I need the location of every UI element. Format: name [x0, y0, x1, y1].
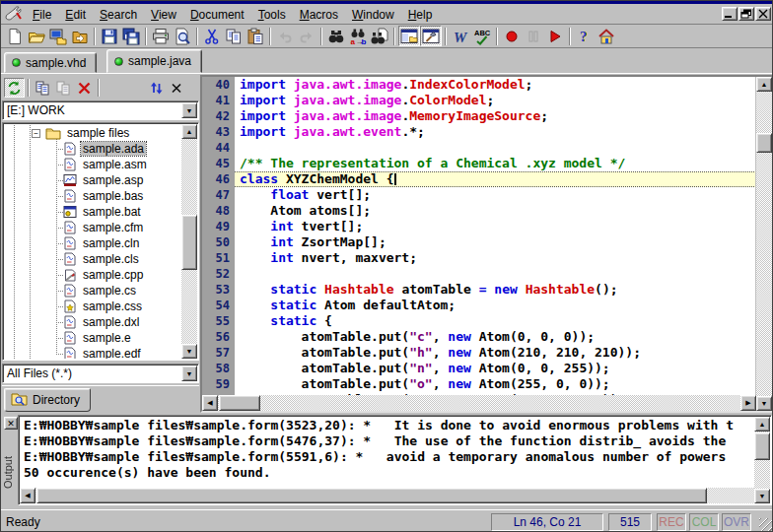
- code-text[interactable]: atomTable.put("o", new Atom(255, 0, 0));: [235, 376, 756, 392]
- code-text[interactable]: int ZsortMap[];: [235, 234, 756, 250]
- tab-sample.java[interactable]: sample.java: [106, 49, 202, 73]
- code-line-55[interactable]: 55 static {: [202, 313, 756, 329]
- print-preview-icon[interactable]: [172, 26, 193, 46]
- tree-folder-sample-files[interactable]: −sample files: [4, 125, 181, 141]
- drive-select[interactable]: [E:] WORK ▼: [2, 100, 199, 120]
- menu-edit[interactable]: Edit: [58, 6, 93, 23]
- open-file-icon[interactable]: [26, 26, 47, 46]
- menu-search[interactable]: Search: [93, 6, 144, 23]
- code-line-40[interactable]: 40import java.awt.image.IndexColorModel;: [202, 77, 756, 93]
- menu-tools[interactable]: Tools: [251, 6, 293, 23]
- minimize-button[interactable]: [722, 7, 738, 21]
- output-text[interactable]: E:₩HOBBY₩sample files₩sample.form(3523,2…: [21, 418, 754, 488]
- code-line-56[interactable]: 56 atomTable.put("c", new Atom(0, 0, 0))…: [202, 329, 756, 345]
- find-icon[interactable]: [325, 26, 347, 46]
- output-vscroll-thumb[interactable]: [754, 432, 770, 460]
- scroll-left-icon[interactable]: ◀: [20, 488, 35, 503]
- tree-item-sample.cpp[interactable]: sample.cpp: [4, 267, 181, 283]
- tree-scroll-thumb[interactable]: [181, 215, 197, 270]
- editor-vscroll-thumb[interactable]: [756, 133, 772, 153]
- code-text[interactable]: static Hashtable atomTable = new Hashtab…: [235, 282, 756, 298]
- record-indicator[interactable]: REC: [657, 513, 686, 531]
- scroll-down-icon[interactable]: ▼: [756, 396, 772, 411]
- collapse-icon[interactable]: −: [32, 129, 40, 138]
- refresh-icon[interactable]: [146, 78, 167, 98]
- tree-item-sample.bas[interactable]: sample.bas: [4, 188, 181, 204]
- code-text[interactable]: [235, 140, 756, 156]
- output-line[interactable]: E:₩HOBBY₩sample files₩sample.form(5476,3…: [24, 433, 754, 449]
- save-icon[interactable]: [99, 26, 120, 46]
- file-filter-select[interactable]: All Files (*.*) ▼: [2, 364, 199, 383]
- replace-icon[interactable]: a→b: [347, 26, 369, 46]
- open-folder-icon[interactable]: [69, 26, 91, 46]
- close-panel-icon[interactable]: [167, 78, 187, 98]
- copy-icon[interactable]: [223, 26, 245, 46]
- output-line[interactable]: E:₩HOBBY₩sample files₩sample.form(5591,6…: [24, 449, 754, 465]
- code-text[interactable]: float vert[];: [235, 187, 756, 203]
- code-text[interactable]: /** The representation of a Chemical .xy…: [235, 156, 756, 171]
- code-line-43[interactable]: 43import java.awt.event.*;: [202, 124, 756, 140]
- copy-path-icon[interactable]: [33, 78, 53, 98]
- scroll-right-icon[interactable]: ▶: [740, 395, 756, 411]
- code-text[interactable]: static {: [235, 313, 756, 329]
- help-icon[interactable]: ??: [574, 26, 596, 46]
- output-line[interactable]: E:₩HOBBY₩sample files₩sample.form(3523,2…: [24, 418, 754, 433]
- menu-macros[interactable]: Macros: [293, 6, 345, 23]
- code-area[interactable]: 40import java.awt.image.IndexColorModel;…: [202, 77, 756, 395]
- chevron-down-icon[interactable]: ▼: [181, 366, 197, 381]
- tree-item-sample.cls[interactable]: sample.cls: [4, 251, 181, 267]
- play-macro-icon[interactable]: [544, 26, 566, 46]
- menu-file[interactable]: File: [26, 6, 58, 23]
- code-line-57[interactable]: 57 atomTable.put("h", new Atom(210, 210,…: [202, 345, 756, 361]
- code-line-52[interactable]: 52: [202, 266, 756, 282]
- close-icon[interactable]: ✕: [4, 417, 18, 430]
- code-line-51[interactable]: 51 int nvert, maxvert;: [202, 250, 756, 266]
- code-text[interactable]: import java.awt.event.*;: [235, 124, 756, 140]
- chevron-down-icon[interactable]: ▼: [181, 102, 197, 118]
- tree-item-sample.dxl[interactable]: sample.dxl: [4, 314, 181, 330]
- code-text[interactable]: Atom atoms[];: [235, 203, 756, 219]
- sync-icon[interactable]: [4, 78, 25, 98]
- toggle-output-icon[interactable]: [420, 26, 442, 46]
- code-text[interactable]: atomTable.put("c", new Atom(0, 0, 0));: [235, 329, 756, 345]
- tree-item-sample.asp[interactable]: sample.asp: [4, 172, 181, 188]
- spell-check-icon[interactable]: ABC: [471, 26, 493, 46]
- code-line-53[interactable]: 53 static Hashtable atomTable = new Hash…: [202, 282, 756, 298]
- scroll-up-icon[interactable]: ▲: [181, 124, 197, 139]
- tree-item-sample.css[interactable]: sample.css: [4, 299, 181, 314]
- code-line-42[interactable]: 42import java.awt.image.MemoryImageSourc…: [202, 108, 756, 124]
- code-text[interactable]: [235, 266, 756, 282]
- cut-icon[interactable]: [201, 26, 223, 46]
- menu-window[interactable]: Window: [345, 6, 401, 23]
- code-line-58[interactable]: 58 atomTable.put("n", new Atom(0, 0, 255…: [202, 361, 756, 376]
- word-wrap-icon[interactable]: W: [450, 26, 471, 46]
- tab-sample.vhd[interactable]: sample.vhd: [4, 52, 97, 73]
- output-line[interactable]: 50 occurence(s) have been found.: [24, 465, 754, 481]
- find-in-files-icon[interactable]: [369, 26, 390, 46]
- menu-document[interactable]: Document: [183, 6, 251, 23]
- menu-view[interactable]: View: [144, 6, 183, 23]
- output-vertical-scrollbar[interactable]: ▲ ▼: [754, 417, 770, 503]
- editor-vertical-scrollbar[interactable]: ▲ ▼: [755, 77, 772, 411]
- tree-item-sample.bat[interactable]: sample.bat: [4, 204, 181, 220]
- code-text[interactable]: class XYZChemModel {: [235, 171, 756, 187]
- scroll-up-icon[interactable]: ▲: [754, 417, 770, 432]
- code-text[interactable]: import java.awt.image.MemoryImageSource;: [235, 108, 756, 124]
- tree-item-sample.cs[interactable]: sample.cs: [4, 283, 181, 299]
- app-icon[interactable]: [4, 5, 24, 23]
- code-line-49[interactable]: 49 int tvert[];: [202, 219, 756, 234]
- overwrite-indicator[interactable]: OVR: [722, 513, 751, 531]
- code-line-54[interactable]: 54 static Atom defaultAtom;: [202, 298, 756, 313]
- delete-icon[interactable]: [74, 78, 95, 98]
- code-text[interactable]: import java.awt.image.ColorModel;: [235, 93, 756, 108]
- scroll-left-icon[interactable]: ◀: [202, 395, 218, 411]
- scroll-down-icon[interactable]: ▼: [181, 344, 197, 359]
- tree-scrollbar[interactable]: ▲ ▼: [181, 124, 197, 359]
- editor-horizontal-scrollbar[interactable]: ◀ ▶: [202, 395, 756, 411]
- code-text[interactable]: import java.awt.image.IndexColorModel;: [235, 77, 756, 93]
- paste-icon[interactable]: [245, 26, 266, 46]
- output-horizontal-scrollbar[interactable]: ◀: [20, 488, 754, 503]
- code-text[interactable]: int nvert, maxvert;: [235, 250, 756, 266]
- scroll-down-icon[interactable]: ▼: [754, 489, 770, 503]
- code-line-59[interactable]: 59 atomTable.put("o", new Atom(255, 0, 0…: [202, 376, 756, 392]
